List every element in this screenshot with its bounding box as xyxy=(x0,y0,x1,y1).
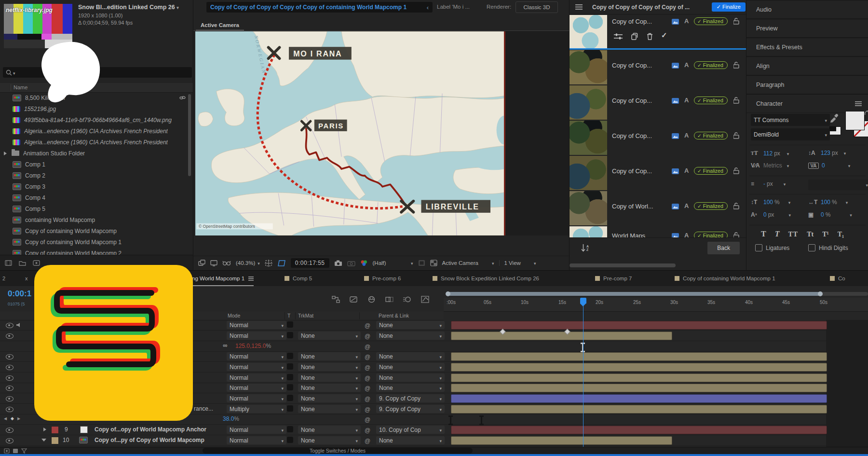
label-color-swatch[interactable] xyxy=(51,437,59,444)
pickwhip-icon[interactable] xyxy=(365,342,370,351)
trkmat-dropdown[interactable]: None xyxy=(298,405,361,413)
name-column-header[interactable]: Name xyxy=(14,84,27,90)
eye-icon[interactable] xyxy=(6,428,14,433)
pickwhip-icon[interactable] xyxy=(365,384,370,392)
viewer-comp-title-field[interactable]: Copy of Copy of Copy of Copy of Copy of … xyxy=(206,2,433,13)
unlock-icon[interactable] xyxy=(733,18,740,25)
layer-name[interactable]: Copy of...py of Copy of World Mapcomp xyxy=(95,437,220,443)
duplicate-icon[interactable] xyxy=(631,33,638,40)
show-snapshot-icon[interactable] xyxy=(347,260,355,266)
renderer-button[interactable]: Classic 3D xyxy=(515,1,558,13)
pickwhip-icon[interactable] xyxy=(365,373,370,382)
t-switch[interactable] xyxy=(287,437,293,443)
mode-dropdown[interactable]: Normal xyxy=(227,321,286,329)
transparency-grid-icon[interactable] xyxy=(418,260,425,266)
keyframe-add-icon[interactable]: ◆ xyxy=(11,416,14,421)
layer-bar[interactable] xyxy=(451,394,827,403)
trkmat-dropdown[interactable]: None xyxy=(298,426,361,434)
view-tab-active-camera[interactable]: Active Camera xyxy=(196,20,244,31)
timeline-tab[interactable]: Comp 5 xyxy=(285,276,312,281)
panel-menu-icon[interactable] xyxy=(855,101,862,106)
timeline-ruler[interactable]: :00s 05s 10s 15s 20s 25s 30s 35s 40s 45s… xyxy=(444,298,868,312)
new-folder-icon[interactable] xyxy=(19,260,26,266)
mode-dropdown[interactable]: Normal xyxy=(227,426,286,434)
t-switch[interactable] xyxy=(287,426,293,432)
project-row[interactable]: Algeria...endence (1960) CIA Archives Fr… xyxy=(0,125,193,137)
preview-timecode[interactable]: 0:00:17:55 xyxy=(291,258,329,268)
channel-rgb-icon[interactable] xyxy=(360,260,368,266)
pickwhip-icon[interactable] xyxy=(365,332,370,340)
title-chevron-icon[interactable] xyxy=(176,4,179,11)
project-row[interactable]: Copy of containing World Mapcomp xyxy=(0,225,193,236)
tsume-field[interactable]: ▣ 0% xyxy=(808,211,852,218)
mode-dropdown[interactable]: Normal xyxy=(227,384,286,392)
primary-viewer-icon[interactable] xyxy=(210,260,217,266)
trkmat-column-header[interactable]: TrkMat xyxy=(298,313,313,318)
layer-bar[interactable] xyxy=(451,426,827,434)
default-colors-swatch[interactable] xyxy=(829,126,841,135)
trkmat-dropdown[interactable]: None xyxy=(298,332,361,340)
pickwhip-icon[interactable] xyxy=(365,352,370,361)
panel-header-paragraph[interactable]: Paragraph xyxy=(746,75,868,94)
layer-row[interactable]: World Maps A ✓ Finalized xyxy=(570,226,746,237)
project-row[interactable]: Comp 4 xyxy=(0,192,193,203)
panel-header-audio[interactable]: Audio xyxy=(746,0,868,19)
interpret-footage-icon[interactable] xyxy=(5,260,12,266)
eye-icon[interactable] xyxy=(6,407,14,412)
project-row[interactable]: Comp 3 xyxy=(0,181,193,192)
layer-bar[interactable] xyxy=(451,363,827,372)
timeline-tab-active[interactable]: ng World Mapcomp 1 xyxy=(192,272,254,286)
pickwhip-icon[interactable] xyxy=(365,426,370,434)
timeline-tab[interactable]: Pre-comp 7 xyxy=(595,276,632,281)
render-flag-icon[interactable] xyxy=(4,448,10,454)
panel-header-effects[interactable]: Effects & Presets xyxy=(746,38,868,56)
panel-header-character[interactable]: Character xyxy=(746,94,868,113)
panel-header-preview[interactable]: Preview xyxy=(746,19,868,38)
layer-row[interactable]: Copy of Cop... A ✓ Finalized xyxy=(570,50,746,85)
kerning-field[interactable]: V∕A Metrics xyxy=(751,162,789,169)
layer-track-row[interactable]: 10 Copy of...py of Copy of World Mapcomp… xyxy=(0,435,868,446)
superscript-button[interactable]: T¹ xyxy=(822,231,829,238)
confirm-check-icon[interactable]: ✓ xyxy=(661,31,667,40)
layer-name[interactable]: Copy of...opy of World Mapcomp Anchor xyxy=(95,426,220,433)
timeline-tab[interactable]: Co xyxy=(830,276,845,281)
pickwhip-icon[interactable] xyxy=(365,436,370,445)
vertical-scale-field[interactable]: ↕T 100% xyxy=(751,199,790,206)
layer-bar[interactable] xyxy=(451,332,672,340)
view-dropdown[interactable]: Active Camera xyxy=(442,260,494,266)
parent-dropdown[interactable]: None xyxy=(376,384,445,392)
eye-icon[interactable] xyxy=(6,386,14,391)
parent-dropdown[interactable]: None xyxy=(376,373,445,382)
faux-bold-button[interactable]: T xyxy=(761,230,766,238)
collapse-chevron-icon[interactable]: ‹ xyxy=(427,4,429,11)
twirl-icon[interactable] xyxy=(4,152,9,155)
back-button[interactable]: Back xyxy=(707,242,740,254)
unlock-icon[interactable] xyxy=(733,232,740,237)
eyedropper-icon[interactable] xyxy=(829,114,838,124)
timeline-tab[interactable]: Copy of containing World Mapcomp 1 xyxy=(675,276,775,281)
parent-dropdown[interactable]: None xyxy=(376,332,445,340)
layer-row[interactable]: Copy of Worl... A ✓ Finalized xyxy=(570,191,746,226)
magnification-glasses-icon[interactable] xyxy=(222,260,231,266)
checkbox-icon[interactable] xyxy=(808,244,815,251)
eye-icon[interactable] xyxy=(6,323,14,328)
layer-bar[interactable] xyxy=(451,384,827,392)
unlock-icon[interactable] xyxy=(733,132,740,139)
layer-row[interactable]: Copy of Cop... A ✓ Finalized xyxy=(570,85,746,120)
swap-fill-stroke-icon[interactable] xyxy=(864,110,868,116)
snapshot-camera-icon[interactable] xyxy=(334,260,342,266)
t-switch[interactable] xyxy=(287,353,293,359)
trkmat-dropdown[interactable]: None xyxy=(298,352,361,360)
layer-bar[interactable] xyxy=(451,352,827,361)
t-switch[interactable] xyxy=(287,321,293,328)
delete-trash-icon[interactable] xyxy=(647,33,653,40)
mode-dropdown[interactable]: Normal xyxy=(227,373,286,382)
checkbox-icon[interactable] xyxy=(755,244,762,251)
layer-track-row[interactable]: 9 Copy of...opy of World Mapcomp Anchor … xyxy=(0,425,868,435)
timeline-timecode[interactable]: 0:00:1 xyxy=(8,289,31,299)
horizontal-scale-field[interactable]: ↔T 100% xyxy=(808,199,848,206)
eye-icon[interactable] xyxy=(6,333,14,339)
pickwhip-icon[interactable] xyxy=(365,321,370,330)
mode-dropdown[interactable]: Multiply xyxy=(227,405,286,413)
project-row-folder[interactable]: Animation Studio Folder xyxy=(0,148,193,159)
